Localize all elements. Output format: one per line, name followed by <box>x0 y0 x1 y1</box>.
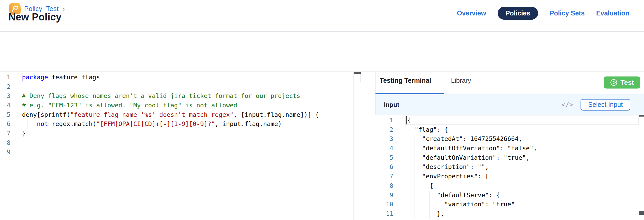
page-title: New Policy <box>8 12 62 23</box>
line-number: 11 <box>375 209 393 219</box>
line-number: 1 <box>375 116 393 125</box>
line-number: 7 <box>375 172 393 181</box>
text-cursor <box>406 116 407 124</box>
policy-code-editor[interactable]: 1package feature_flags23# Deny flags who… <box>0 72 375 220</box>
line-number: 5 <box>375 153 393 163</box>
test-button[interactable]: Test <box>604 76 640 89</box>
code-line: 7 "envProperties": [ <box>375 172 644 181</box>
play-circle-icon <box>610 79 618 86</box>
page-header: Policy_Test › New Policy Overview Polici… <box>0 0 644 32</box>
code-line: 7} <box>0 129 375 138</box>
input-label: Input <box>384 101 399 108</box>
line-number: 2 <box>375 125 393 135</box>
line-number: 9 <box>375 191 393 200</box>
code-line: 2 <box>0 82 375 92</box>
line-number: 6 <box>375 162 393 172</box>
input-bar: Input </> Select Input <box>375 94 644 115</box>
line-number: 3 <box>0 91 10 101</box>
code-line: 4# e.g. "FFM-123" is allowed. "My cool f… <box>0 101 375 110</box>
line-number: 10 <box>375 200 393 209</box>
code-line: 10 "variation": "true" <box>375 200 644 209</box>
test-button-label: Test <box>620 79 634 87</box>
line-number: 4 <box>0 101 10 110</box>
code-icon[interactable]: </> <box>561 101 573 108</box>
line-number: 7 <box>0 129 10 138</box>
select-input-button[interactable]: Select Input <box>581 99 630 111</box>
code-line: 3# Deny flags whose names aren't a valid… <box>0 91 375 101</box>
code-line: 1{ <box>375 116 644 125</box>
policy-editor-page: Policy_Test › New Policy Overview Polici… <box>0 0 644 220</box>
code-line: 5 "defaultOnVariation": "true", <box>375 153 644 163</box>
scrollbar-thumb[interactable] <box>639 115 644 117</box>
code-line: 9 <box>0 148 375 157</box>
scrollbar-thumb[interactable] <box>354 72 361 74</box>
code-line: 5deny[sprintf("feature flag name '%s' do… <box>0 110 375 120</box>
code-line: 6 not regex.match("[FFM|OPA|CI|CD]+[-][1… <box>0 119 375 129</box>
code-line: 11 }, <box>375 209 644 219</box>
testing-panel-tabs: Testing Terminal Library Test <box>375 72 644 94</box>
module-nav: Overview Policies Policy Sets Evaluation <box>457 6 629 20</box>
nav-tab-overview[interactable]: Overview <box>457 9 486 17</box>
code-line: 4 "defaultOffVariation": "false", <box>375 144 644 153</box>
code-line: 8 { <box>375 181 644 191</box>
code-line: 1package feature_flags <box>0 73 375 82</box>
line-number: 1 <box>0 73 10 82</box>
line-number: 8 <box>375 181 393 191</box>
code-line: 6 "description": "", <box>375 162 644 172</box>
code-line: 8 <box>0 138 375 148</box>
line-number: 4 <box>375 144 393 153</box>
breadcrumb-chevron-icon: › <box>62 5 65 13</box>
line-number: 2 <box>0 82 10 92</box>
line-number: 6 <box>0 119 10 129</box>
line-number: 9 <box>0 148 10 157</box>
policy-toolbar: First_policy Save Discard <box>0 32 644 72</box>
code-line: 3 "createdAt": 1647255426664, <box>375 134 644 144</box>
nav-tab-policy-sets[interactable]: Policy Sets <box>550 9 584 17</box>
line-number: 8 <box>0 138 10 148</box>
tab-library[interactable]: Library <box>451 77 471 84</box>
code-line: 2 "flag": { <box>375 125 644 135</box>
nav-tab-evaluation[interactable]: Evaluation <box>596 9 629 17</box>
code-line: 9 "defaultServe": { <box>375 191 644 200</box>
line-number: 5 <box>0 110 10 120</box>
input-json-editor[interactable]: 1{2 "flag": {3 "createdAt": 164725542666… <box>375 115 644 220</box>
nav-tab-policies[interactable]: Policies <box>498 7 538 20</box>
scrollbar-thumb[interactable] <box>639 211 644 215</box>
tab-testing-terminal[interactable]: Testing Terminal <box>380 77 431 84</box>
line-number: 3 <box>375 134 393 144</box>
